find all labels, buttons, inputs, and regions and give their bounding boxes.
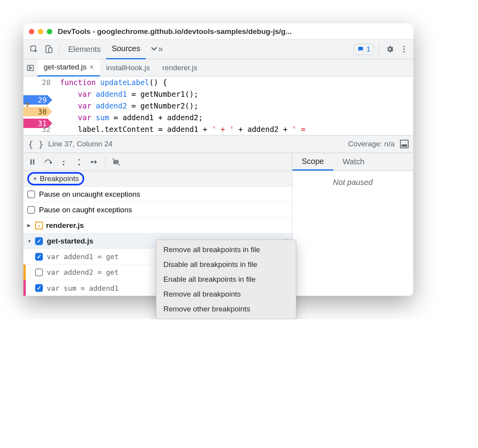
checkbox[interactable] bbox=[35, 237, 43, 245]
more-tabs-button[interactable]: » bbox=[146, 39, 167, 59]
not-paused-message: Not paused bbox=[292, 171, 413, 194]
breakpoint-code-snippet: var addend1 = get bbox=[47, 252, 119, 261]
traffic-lights bbox=[29, 29, 52, 34]
checkbox[interactable] bbox=[35, 253, 43, 261]
checkbox[interactable] bbox=[27, 206, 35, 214]
code-line: var addend2 = getNumber2(); bbox=[56, 100, 198, 112]
pause-caught-row[interactable]: Pause on caught exceptions bbox=[23, 202, 292, 218]
svg-point-5 bbox=[403, 51, 405, 53]
ctx-remove-other[interactable]: Remove other breakpoints bbox=[156, 302, 296, 316]
kebab-menu-icon[interactable] bbox=[398, 43, 410, 55]
main-toolbar: Elements Sources » 1 bbox=[23, 39, 413, 59]
breakpoints-context-menu: Remove all breakpoints in file Disable a… bbox=[156, 240, 296, 319]
code-line: var addend1 = getNumber1(); bbox=[56, 88, 198, 100]
pause-uncaught-row[interactable]: Pause on uncaught exceptions bbox=[23, 187, 292, 202]
ctx-enable-all-file[interactable]: Enable all breakpoints in file bbox=[156, 272, 296, 287]
right-panel-tabs: Scope Watch bbox=[292, 153, 413, 171]
svg-point-11 bbox=[78, 164, 80, 165]
file-tab-get-started[interactable]: get-started.js × bbox=[37, 59, 100, 76]
debugger-right-panel: Scope Watch Not paused bbox=[292, 153, 413, 296]
file-tab-label: renderer.js bbox=[162, 64, 197, 72]
pause-icon[interactable] bbox=[25, 155, 40, 169]
editor-statusbar: { } Line 37, Column 24 Coverage: n/a bbox=[23, 135, 413, 153]
window-title: DevTools - googlechrome.github.io/devtoo… bbox=[58, 27, 292, 36]
js-file-icon: ⬨ bbox=[35, 222, 43, 229]
ctx-remove-all[interactable]: Remove all breakpoints bbox=[156, 287, 296, 302]
debugger-panels: ▼ Breakpoints Pause on uncaught exceptio… bbox=[23, 153, 413, 296]
svg-point-9 bbox=[50, 162, 52, 164]
checkbox[interactable] bbox=[35, 284, 43, 292]
code-line: label.textContent = addend1 + ' + ' + ad… bbox=[56, 123, 305, 135]
titlebar: DevTools - googlechrome.github.io/devtoo… bbox=[23, 23, 413, 39]
minimize-window-button[interactable] bbox=[38, 29, 43, 34]
file-tab-bar: get-started.js × installHook.js renderer… bbox=[23, 59, 413, 76]
tab-elements[interactable]: Elements bbox=[63, 39, 106, 59]
debugger-toolbar bbox=[23, 153, 292, 171]
svg-rect-2 bbox=[49, 48, 52, 53]
close-tab-icon[interactable]: × bbox=[90, 63, 94, 71]
pause-uncaught-label: Pause on uncaught exceptions bbox=[39, 190, 140, 199]
step-icon[interactable] bbox=[87, 155, 102, 169]
debugger-left-panel: ▼ Breakpoints Pause on uncaught exceptio… bbox=[23, 153, 292, 296]
breakpoints-section-header[interactable]: ▼ Breakpoints bbox=[23, 171, 292, 187]
svg-point-3 bbox=[403, 46, 405, 48]
tab-watch[interactable]: Watch bbox=[333, 153, 374, 171]
settings-icon[interactable] bbox=[384, 43, 396, 55]
coverage-label: Coverage: n/a bbox=[348, 140, 395, 148]
chevron-right-icon: ▶ bbox=[27, 223, 34, 228]
inspect-element-icon[interactable] bbox=[28, 43, 40, 55]
devtools-window: DevTools - googlechrome.github.io/devtoo… bbox=[23, 23, 413, 296]
chevron-down-icon: ▼ bbox=[27, 239, 34, 244]
breakpoint-color-marker bbox=[30, 249, 33, 265]
file-tab-installhook[interactable]: installHook.js bbox=[100, 59, 156, 76]
feedback-count: 1 bbox=[366, 45, 370, 53]
svg-point-12 bbox=[91, 161, 93, 163]
coverage-toggle-icon[interactable] bbox=[400, 140, 409, 148]
breakpoint-file-row[interactable]: ▶ ⬨ renderer.js bbox=[23, 218, 292, 233]
code-line: var sum = addend1 + addend2; bbox=[56, 112, 203, 123]
toolbar-divider bbox=[59, 44, 60, 54]
deactivate-breakpoints-icon[interactable] bbox=[109, 155, 124, 169]
toolbar-divider bbox=[105, 157, 106, 167]
svg-rect-8 bbox=[33, 159, 34, 164]
cursor-position: Line 37, Column 24 bbox=[48, 140, 113, 148]
breakpoint-code-snippet: var addend2 = get bbox=[47, 268, 119, 276]
breakpoint-file-name: renderer.js bbox=[46, 221, 84, 230]
breakpoints-highlight: ▼ Breakpoints bbox=[27, 172, 84, 185]
breakpoint-code-snippet: var sum = addend1 bbox=[47, 284, 119, 292]
toolbar-divider bbox=[379, 44, 379, 54]
checkbox[interactable] bbox=[27, 190, 35, 198]
svg-point-4 bbox=[403, 48, 405, 50]
breakpoints-title: Breakpoints bbox=[40, 174, 79, 183]
chevron-down-icon: ▼ bbox=[33, 176, 37, 181]
step-over-icon[interactable] bbox=[41, 155, 55, 169]
step-out-icon[interactable] bbox=[72, 155, 87, 169]
file-tab-renderer[interactable]: renderer.js bbox=[156, 59, 204, 76]
breakpoint-color-marker bbox=[23, 280, 26, 296]
file-tab-label: installHook.js bbox=[106, 64, 150, 72]
pause-caught-label: Pause on caught exceptions bbox=[39, 206, 132, 214]
line-number[interactable]: 28 bbox=[42, 76, 51, 88]
svg-rect-7 bbox=[30, 159, 32, 164]
breakpoint-file-name: get-started.js bbox=[47, 237, 93, 245]
file-tab-label: get-started.js bbox=[44, 63, 87, 71]
device-toggle-icon[interactable] bbox=[43, 43, 55, 55]
navigator-toggle-icon[interactable] bbox=[23, 64, 37, 72]
tab-sources[interactable]: Sources bbox=[106, 39, 145, 59]
ctx-disable-all-file[interactable]: Disable all breakpoints in file bbox=[156, 257, 296, 272]
line-number[interactable]: 32 bbox=[42, 123, 51, 135]
close-window-button[interactable] bbox=[29, 29, 34, 34]
step-into-icon[interactable] bbox=[56, 155, 71, 169]
code-line: function updateLabel() { bbox=[56, 76, 167, 88]
pretty-print-icon[interactable]: { } bbox=[28, 139, 44, 149]
tab-scope[interactable]: Scope bbox=[292, 153, 333, 171]
checkbox[interactable] bbox=[35, 268, 43, 276]
zoom-window-button[interactable] bbox=[47, 29, 52, 34]
breakpoint-color-marker bbox=[23, 265, 26, 280]
code-editor[interactable]: 28 function updateLabel() { 29 var adden… bbox=[23, 76, 413, 135]
ctx-remove-all-file[interactable]: Remove all breakpoints in file bbox=[156, 242, 296, 257]
feedback-button[interactable]: 1 bbox=[354, 44, 374, 55]
svg-point-10 bbox=[63, 164, 64, 165]
